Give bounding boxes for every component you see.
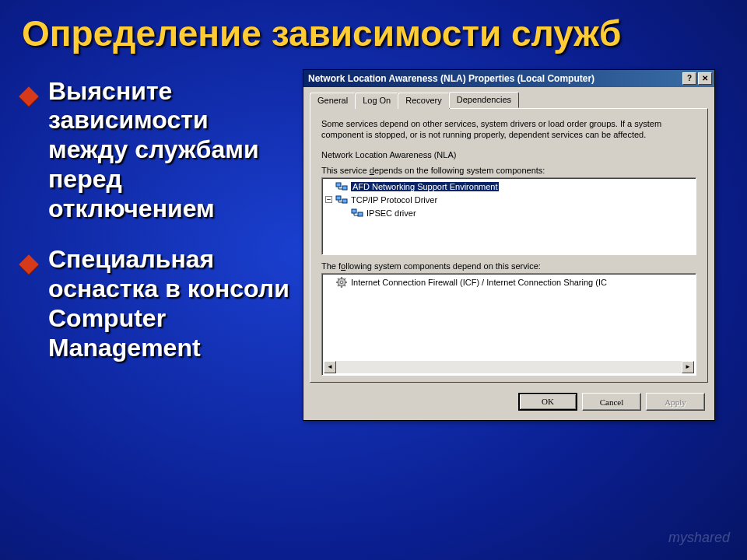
scroll-track[interactable] bbox=[336, 361, 682, 373]
svg-rect-4 bbox=[352, 209, 356, 213]
bullet-diamond-icon bbox=[19, 86, 38, 106]
tree-item[interactable]: IPSEC driver bbox=[324, 206, 694, 219]
bullet-text: Выясните зависимости между службами пере… bbox=[48, 77, 292, 224]
depends-on-tree[interactable]: AFD Networking Support Environment − TCP… bbox=[321, 177, 696, 255]
bullet-text: Специальная оснастка в консоли Computer … bbox=[48, 245, 292, 362]
svg-line-13 bbox=[344, 285, 345, 286]
bullet-diamond-icon bbox=[19, 255, 38, 275]
titlebar-text: Network Location Awareness (NLA) Propert… bbox=[308, 73, 681, 84]
bullet-list: Выясните зависимости между службами пере… bbox=[11, 69, 295, 422]
tab-log-on[interactable]: Log On bbox=[355, 93, 398, 109]
tab-general[interactable]: General bbox=[310, 93, 356, 109]
svg-point-7 bbox=[340, 281, 343, 284]
svg-line-15 bbox=[338, 285, 339, 286]
depends-on-label: This service depends on the following sy… bbox=[321, 166, 696, 175]
svg-rect-1 bbox=[342, 186, 347, 190]
horizontal-scrollbar[interactable]: ◄ ► bbox=[324, 361, 694, 373]
tree-item-label: Internet Connection Firewall (ICF) / Int… bbox=[351, 278, 607, 287]
svg-line-12 bbox=[338, 278, 339, 280]
slide-title: Определение зависимости служб bbox=[0, 0, 747, 61]
tree-item-label: IPSEC driver bbox=[366, 208, 416, 218]
svg-rect-5 bbox=[358, 212, 363, 216]
svg-rect-0 bbox=[336, 183, 341, 187]
properties-dialog: Network Location Awareness (NLA) Propert… bbox=[303, 69, 715, 422]
dependents-tree[interactable]: Internet Connection Firewall (ICF) / Int… bbox=[321, 273, 696, 376]
watermark: myshared bbox=[668, 530, 730, 546]
description-text: Some services depend on other services, … bbox=[321, 118, 696, 142]
svg-rect-3 bbox=[342, 199, 347, 203]
collapse-icon[interactable]: − bbox=[325, 196, 332, 203]
bullet-item: Специальная оснастка в консоли Computer … bbox=[22, 245, 292, 362]
ok-button[interactable]: OK bbox=[518, 393, 577, 411]
tree-item[interactable]: Internet Connection Firewall (ICF) / Int… bbox=[324, 275, 694, 289]
tab-strip: General Log On Recovery Dependencies bbox=[303, 87, 714, 108]
scroll-right-icon[interactable]: ► bbox=[682, 361, 694, 373]
tree-item-label: AFD Networking Support Environment bbox=[351, 182, 499, 191]
tab-panel: Some services depend on other services, … bbox=[310, 108, 708, 383]
svg-rect-2 bbox=[336, 196, 341, 200]
titlebar: Network Location Awareness (NLA) Propert… bbox=[303, 70, 714, 87]
help-button[interactable]: ? bbox=[682, 72, 696, 85]
dependents-label: The following system components depend o… bbox=[321, 261, 696, 271]
cancel-button[interactable]: Cancel bbox=[582, 393, 641, 411]
network-icon bbox=[335, 194, 348, 205]
apply-button[interactable]: Apply bbox=[646, 393, 705, 411]
service-name-label: Network Location Awareness (NLA) bbox=[321, 150, 696, 159]
scroll-left-icon[interactable]: ◄ bbox=[324, 361, 336, 373]
tab-dependencies[interactable]: Dependencies bbox=[449, 92, 519, 108]
svg-line-14 bbox=[344, 278, 345, 280]
tree-item[interactable]: AFD Networking Support Environment bbox=[324, 180, 694, 193]
tree-item[interactable]: − TCP/IP Protocol Driver bbox=[324, 193, 694, 206]
network-icon bbox=[335, 181, 348, 192]
network-icon bbox=[351, 208, 363, 219]
tab-recovery[interactable]: Recovery bbox=[398, 93, 449, 109]
dialog-buttons: OK Cancel Apply bbox=[303, 389, 714, 420]
bullet-item: Выясните зависимости между службами пере… bbox=[22, 77, 292, 224]
close-button[interactable]: ✕ bbox=[698, 72, 712, 85]
tree-item-label: TCP/IP Protocol Driver bbox=[351, 195, 437, 205]
gear-icon bbox=[335, 277, 348, 288]
